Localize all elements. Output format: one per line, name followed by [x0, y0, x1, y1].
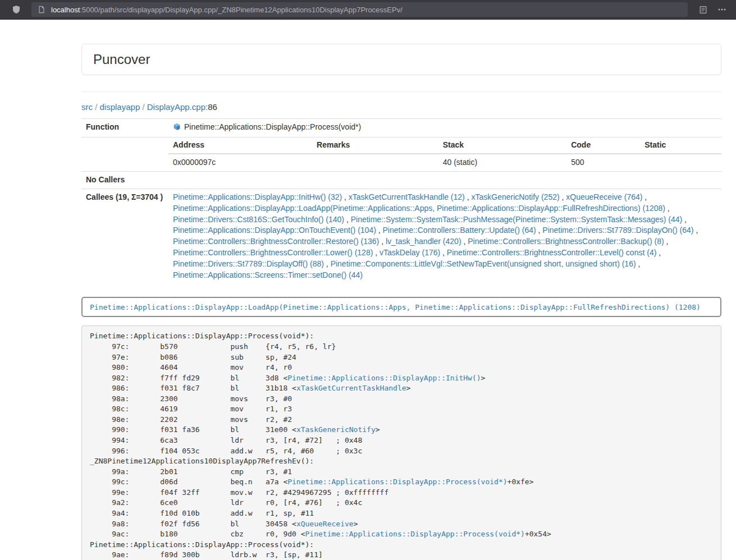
symbol-link[interactable]: xTaskGenericNotify: [296, 425, 376, 434]
callees-label: Callees (19, Σ=3704 ): [81, 189, 168, 284]
page-icon: [36, 4, 47, 15]
url-host: localhost: [51, 6, 80, 14]
callee-link[interactable]: xTaskGenericNotify (252): [471, 192, 559, 201]
empty-cell: [81, 137, 168, 171]
callee-link[interactable]: Pinetime::System::SystemTask::PushMessag…: [351, 215, 683, 224]
symbol-table: Function Pinetime::Applications::Display…: [81, 118, 721, 284]
callees-row: Callees (19, Σ=3704 ) Pinetime::Applicat…: [81, 189, 721, 284]
breadcrumb-link[interactable]: src: [81, 102, 93, 112]
callee-link[interactable]: Pinetime::Components::LittleVgl::SetNewT…: [331, 259, 636, 268]
callees-list: Pinetime::Applications::DisplayApp::Init…: [168, 189, 721, 284]
column-header-stack: Stack: [438, 137, 567, 154]
callee-link[interactable]: Pinetime::Applications::Screens::Timer::…: [173, 270, 363, 279]
callee-link[interactable]: Pinetime::Drivers::St7789::DisplayOff() …: [173, 259, 324, 268]
url-path: :5000/path/src/displayapp/DisplayApp.cpp…: [80, 6, 403, 14]
no-callers-label: No Callers: [81, 171, 168, 189]
symbol-link[interactable]: Pinetime::Applications::DisplayApp::Init…: [287, 374, 481, 382]
callee-link[interactable]: Pinetime::Applications::DisplayApp::Load…: [173, 204, 665, 213]
callee-link[interactable]: Pinetime::Drivers::Cst816S::GetTouchInfo…: [173, 215, 344, 224]
callee-link[interactable]: Pinetime::Controllers::BrightnessControl…: [173, 237, 379, 246]
symbol-link[interactable]: Pinetime::Applications::DisplayApp::Proc…: [305, 530, 525, 538]
disassembly-block: Pinetime::Applications::DisplayApp::Proc…: [81, 325, 721, 560]
function-label: Function: [81, 118, 168, 137]
metrics-row-wrapper: AddressRemarksStackCodeStatic 0x0000097c…: [81, 137, 721, 171]
highlighted-symbol-link[interactable]: Pinetime::Applications::DisplayApp::Load…: [90, 303, 701, 311]
callee-link[interactable]: vTaskDelay (176): [380, 248, 440, 257]
reader-view-icon[interactable]: [696, 2, 710, 17]
metric-value-stack: 40 (static): [438, 154, 567, 171]
function-row: Function Pinetime::Applications::Display…: [81, 118, 721, 137]
breadcrumb-link[interactable]: displayapp: [100, 102, 140, 112]
divider: [81, 91, 721, 92]
symbol-link[interactable]: Pinetime::Applications::DisplayApp::Proc…: [287, 478, 507, 486]
function-name: Pinetime::Applications::DisplayApp::Proc…: [184, 122, 361, 131]
metric-value-remarks: [312, 154, 438, 171]
breadcrumb-separator: /: [93, 102, 100, 112]
shield-icon[interactable]: [9, 2, 24, 17]
app-header: Puncover: [81, 44, 721, 75]
metrics-table: AddressRemarksStackCodeStatic 0x0000097c…: [168, 137, 721, 171]
metrics-value-row: 0x0000097c40 (static)500: [168, 154, 721, 171]
callee-link[interactable]: Pinetime::Applications::DisplayApp::Init…: [173, 192, 342, 201]
breadcrumb: src / displayapp / DisplayApp.cpp:86: [81, 102, 721, 112]
metric-value-address: 0x0000097c: [168, 154, 312, 171]
callee-link[interactable]: Pinetime::Controllers::BrightnessControl…: [447, 248, 656, 257]
callee-link[interactable]: xTaskGetCurrentTaskHandle (12): [349, 192, 465, 201]
function-cube-icon: [173, 123, 181, 134]
url-text: localhost:5000/path/src/displayapp/Displ…: [51, 6, 403, 14]
page-title: Puncover: [93, 52, 710, 67]
symbol-link[interactable]: xTaskGetCurrentTaskHandle: [296, 384, 406, 392]
callee-link[interactable]: xQueueReceive (764): [566, 192, 642, 201]
url-bar[interactable]: localhost:5000/path/src/displayapp/Displ…: [31, 2, 688, 17]
callee-link[interactable]: Pinetime::Applications::DisplayApp::OnTo…: [173, 226, 376, 235]
breadcrumb-link[interactable]: DisplayApp.cpp:: [147, 102, 208, 112]
callee-link[interactable]: Pinetime::Controllers::BrightnessControl…: [468, 237, 664, 246]
callers-row: No Callers: [81, 171, 721, 189]
empty-cell: [168, 171, 721, 189]
browser-toolbar: localhost:5000/path/src/displayapp/Displ…: [0, 0, 736, 20]
column-header-address: Address: [168, 137, 312, 154]
callee-link[interactable]: Pinetime::Controllers::BrightnessControl…: [173, 248, 373, 257]
callee-link[interactable]: Pinetime::Controllers::Battery::Update()…: [383, 226, 536, 235]
page-actions-menu-icon[interactable]: [715, 2, 729, 17]
column-header-remarks: Remarks: [312, 137, 438, 154]
metrics-cell: AddressRemarksStackCodeStatic 0x0000097c…: [168, 137, 721, 171]
main-content: Puncover src / displayapp / DisplayApp.c…: [81, 44, 721, 560]
breadcrumb-separator: /: [140, 102, 147, 112]
metrics-header-row: AddressRemarksStackCodeStatic: [168, 137, 721, 154]
metric-value-static: [640, 154, 721, 171]
column-header-code: Code: [566, 137, 640, 154]
callee-link[interactable]: Pinetime::Drivers::St7789::DisplayOn() (…: [542, 226, 693, 235]
highlighted-symbol: Pinetime::Applications::DisplayApp::Load…: [81, 297, 721, 317]
symbol-link[interactable]: xQueueReceive: [296, 520, 354, 528]
breadcrumb-line-number: 86: [208, 102, 217, 112]
metric-value-code: 500: [566, 154, 640, 171]
column-header-static: Static: [640, 137, 721, 154]
callee-link[interactable]: lv_task_handler (420): [386, 237, 461, 246]
function-name-cell: Pinetime::Applications::DisplayApp::Proc…: [168, 118, 721, 137]
